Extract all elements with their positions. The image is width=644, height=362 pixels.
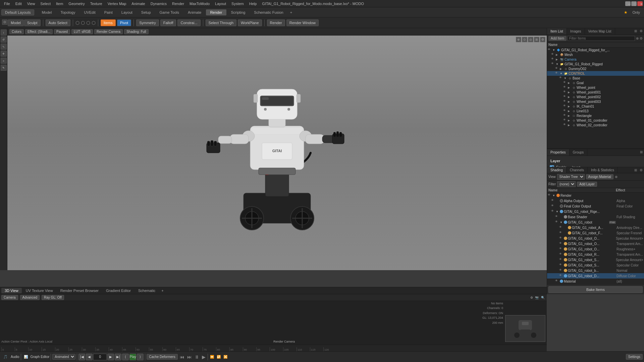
visibility-icon[interactable]: 👁 bbox=[551, 53, 555, 57]
menu-edit[interactable]: Edit bbox=[13, 1, 24, 6]
shader-tree-row[interactable]: 👁 GITAI_G1_robot_O... Specular Amount+ bbox=[547, 236, 644, 241]
animated-select[interactable]: Animated bbox=[52, 354, 75, 360]
visibility-icon[interactable]: 👁 bbox=[563, 90, 567, 94]
tab-properties[interactable]: Properties bbox=[547, 149, 570, 156]
list-item[interactable]: 👁 ▶ ◇ Line013 bbox=[547, 109, 644, 113]
constrain-button[interactable]: Constrai... bbox=[177, 19, 200, 26]
shader-tree-row[interactable]: 👁 Alpha Output Alpha bbox=[547, 198, 644, 203]
panel-icon-2[interactable]: ⚙ bbox=[638, 28, 644, 35]
prop-panel-icon[interactable]: ⊞ bbox=[639, 149, 644, 156]
shader-tree-row[interactable]: 👁 GITAI_G1_robot_A... Anisotropy Dire... bbox=[547, 225, 644, 230]
st-visibility-icon[interactable]: 👁 bbox=[559, 242, 563, 246]
list-item[interactable]: 👁 ▶ ◇ Wheel_01_controller bbox=[547, 118, 644, 123]
st-visibility-icon[interactable]: 👁 bbox=[555, 220, 559, 224]
visibility-icon[interactable]: 👁 bbox=[563, 114, 567, 118]
visibility-icon[interactable]: 👁 bbox=[555, 71, 559, 75]
lt-paint[interactable]: ✎ bbox=[1, 65, 7, 71]
go-end-button[interactable]: ▶| bbox=[115, 354, 121, 360]
shader-tree-row[interactable]: 👁 Base Shader Full Shading bbox=[547, 284, 644, 285]
bt-settings-icon[interactable]: ⚙ bbox=[530, 296, 533, 299]
shader-tree-row[interactable]: 👁 Material (all) bbox=[547, 279, 644, 284]
list-item[interactable]: 👁 ▶ ◇ Wheel_point003 bbox=[547, 99, 644, 104]
shader-tree-row[interactable]: 👁 ▼ Render bbox=[547, 193, 644, 198]
assign-material-button[interactable]: Assign Material bbox=[586, 174, 613, 179]
vp-icon-1[interactable]: ⊕ bbox=[516, 37, 521, 42]
list-item[interactable]: 👁 ▶ □ Rectangle bbox=[547, 113, 644, 118]
st-visibility-icon[interactable]: 👁 bbox=[551, 199, 555, 203]
visibility-icon[interactable]: 👁 bbox=[563, 109, 567, 113]
tab-setup[interactable]: Setup bbox=[137, 9, 155, 15]
audio-label[interactable]: Audio bbox=[11, 355, 19, 359]
filter-items-input[interactable] bbox=[568, 36, 635, 41]
auto-select-button[interactable]: Auto Select bbox=[46, 19, 70, 26]
render-window-button[interactable]: Render Window bbox=[286, 19, 319, 26]
tab-model[interactable]: Model bbox=[38, 9, 56, 15]
expand-icon[interactable]: ▶ bbox=[568, 86, 571, 89]
menu-texture[interactable]: Texture bbox=[88, 1, 105, 6]
shader-tree-row[interactable]: 👁 Base Shader Full Shading bbox=[547, 214, 644, 220]
playback-icon-1[interactable]: ⏮ bbox=[180, 354, 184, 360]
visibility-icon[interactable]: 👁 bbox=[563, 85, 567, 89]
shader-tree-row[interactable]: 👁 ▼ GITAI_G1_robot_Rige... bbox=[547, 209, 644, 214]
st-visibility-icon[interactable]: 👁 bbox=[559, 252, 563, 256]
list-item[interactable]: 👁 ▶ ◇ Goal bbox=[547, 80, 644, 85]
menu-maxtomodo[interactable]: MaxToModo bbox=[187, 1, 212, 6]
add-layer-button[interactable]: Add Layer bbox=[577, 182, 597, 187]
shading-button[interactable]: Shading: Full bbox=[124, 29, 148, 34]
lut-button[interactable]: LUT: sRGB bbox=[71, 29, 93, 34]
graph-editor-label[interactable]: Graph Editor bbox=[31, 355, 50, 359]
shader-tree-row[interactable]: 👁 Final Color Output Final Color bbox=[547, 203, 644, 209]
expand-icon[interactable]: ▶ bbox=[568, 81, 571, 84]
panel-icon-1[interactable]: ⊞ bbox=[633, 28, 638, 35]
vp-icon-5[interactable]: ⚙ bbox=[540, 37, 545, 42]
prev-keyframe-button[interactable]: ⟨ bbox=[122, 354, 129, 360]
st-visibility-icon[interactable]: 👁 bbox=[559, 258, 563, 262]
st-visibility-icon[interactable]: 👁 bbox=[555, 215, 559, 219]
settings-button[interactable]: Settings bbox=[626, 354, 643, 360]
tab-info-stats[interactable]: Info & Statistics bbox=[588, 167, 618, 173]
list-item[interactable]: 👁 ▼ 🔷 GITAI_G1_Robot_Rigged_for_... bbox=[547, 48, 644, 52]
visibility-icon[interactable]: 👁 bbox=[551, 57, 555, 61]
sh-settings-icon[interactable]: ⚙ bbox=[638, 167, 644, 173]
expand-icon[interactable]: ▶ bbox=[568, 110, 571, 113]
vp-icon-4[interactable]: ⊞ bbox=[534, 37, 539, 42]
visibility-icon[interactable]: 👁 bbox=[551, 62, 555, 66]
menu-vertexmap[interactable]: Vertex Map bbox=[105, 1, 129, 6]
playback-icon-2[interactable]: ⏭ bbox=[187, 354, 192, 360]
tab-uv-texture[interactable]: UV Texture View bbox=[22, 288, 56, 293]
st-visibility-icon[interactable]: 👁 bbox=[559, 226, 563, 230]
st-visibility-icon[interactable]: 👁 bbox=[555, 285, 559, 285]
ray-gl-btn[interactable]: Ray GL: Off bbox=[42, 295, 64, 300]
list-item[interactable]: 👁 ▶ ◇ Wheel_point001 bbox=[547, 90, 644, 95]
menu-geometry[interactable]: Geometry bbox=[66, 1, 87, 6]
expand-icon[interactable]: ▼ bbox=[564, 77, 567, 80]
workplane-button[interactable]: WorkPlane bbox=[238, 19, 262, 26]
next-keyframe-button[interactable]: ⟩ bbox=[137, 354, 144, 360]
expand-icon[interactable]: ▶ bbox=[568, 119, 571, 122]
star-button[interactable]: ★ bbox=[622, 9, 630, 15]
tab-animate[interactable]: Animate bbox=[184, 9, 205, 15]
render-button[interactable]: Render bbox=[267, 19, 285, 26]
expand-icon[interactable]: ▼ bbox=[552, 49, 556, 52]
vp-icon-2[interactable]: ⊙ bbox=[522, 37, 527, 42]
tab-scripting[interactable]: Scripting bbox=[227, 9, 250, 15]
shader-tree-row[interactable]: 👁 GITAI_G1_robot_O... Transparent Am... bbox=[547, 241, 644, 246]
graph-editor-icon[interactable]: 📊 bbox=[22, 354, 29, 359]
shader-tree-row[interactable]: 👁 GITAI_G1_robot_S... Specular Color bbox=[547, 262, 644, 268]
tab-gametools[interactable]: Game Tools bbox=[156, 9, 183, 15]
lt-scale[interactable]: ⤡ bbox=[1, 44, 7, 50]
tab-3d-view[interactable]: 3D View bbox=[1, 288, 22, 293]
tab-item-list[interactable]: Item List bbox=[547, 28, 567, 35]
visibility-icon[interactable]: 👁 bbox=[563, 81, 567, 85]
model-mode-button[interactable]: Model bbox=[8, 19, 24, 26]
filter-select[interactable]: (none) bbox=[557, 181, 576, 187]
expand-icon[interactable]: ▶ bbox=[568, 91, 571, 94]
add-tab-button[interactable]: + bbox=[159, 288, 165, 293]
st-visibility-icon[interactable]: 👁 bbox=[559, 247, 563, 251]
pb-misc-icon-1[interactable]: ⏩ bbox=[210, 355, 214, 359]
tab-vertex-map[interactable]: Vertex Map List bbox=[585, 28, 615, 35]
tab-uvedit[interactable]: UVEdit bbox=[80, 9, 99, 15]
menu-layout[interactable]: Layout bbox=[212, 1, 229, 6]
menu-system[interactable]: System bbox=[229, 1, 247, 6]
lt-move[interactable]: ↕ bbox=[1, 29, 7, 36]
